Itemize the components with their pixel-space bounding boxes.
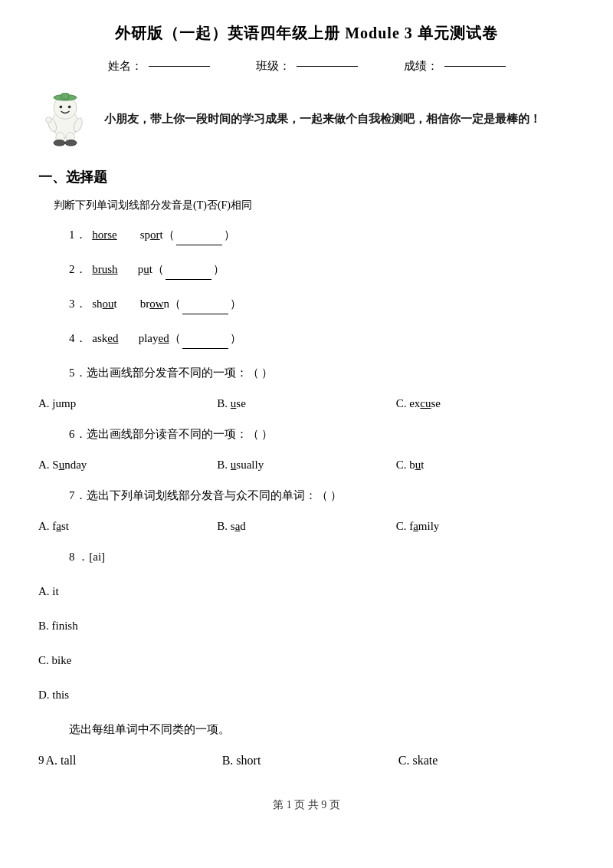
q4-word2-underline: ed — [159, 332, 169, 344]
section1-title: 一、选择题 — [38, 168, 575, 186]
q4-word2-end: （ — [169, 332, 181, 344]
q3-word1: sh — [92, 298, 102, 310]
q5-optC: C. excuse — [396, 397, 575, 410]
q5-optA: A. jump — [38, 397, 217, 410]
q5-optC-val: ex — [409, 397, 420, 409]
page-title: 外研版（一起）英语四年级上册 Module 3 单元测试卷 — [38, 23, 575, 44]
q8-optA-label: A. it — [38, 585, 59, 597]
q7-optC: C. family — [396, 520, 575, 533]
question-3: 3． shout brown（） — [69, 294, 575, 314]
question-6-text: 6．选出画线部分读音不同的一项：（ ） — [69, 424, 575, 445]
score-label: 成绩： — [404, 59, 438, 74]
info-row: 姓名： 班级： 成绩： — [38, 59, 575, 74]
name-field: 姓名： — [108, 59, 210, 74]
question-8-optD: D. this — [38, 685, 575, 705]
mascot-row: 小朋友，带上你一段时间的学习成果，一起来做个自我检测吧，相信你一定是最棒的！ — [38, 89, 575, 150]
section1-instruction: 判断下列单词划线部分发音是(T)否(F)相同 — [54, 199, 575, 212]
q9-num: 9 — [38, 754, 44, 767]
q8-optC-label: C. bike — [38, 654, 71, 666]
q6-optC: C. but — [396, 459, 575, 472]
q6-optC-label: C. — [396, 459, 410, 471]
q5-optA-label: A. — [38, 397, 52, 409]
q3-word1-rest: t — [114, 298, 117, 310]
q5-num: 5．选出画线部分发音不同的一项：（ ） — [69, 367, 273, 379]
q1-word2-underline: or — [150, 229, 160, 241]
question-8-optB: B. finish — [38, 616, 575, 636]
q1-word2: sp — [140, 229, 150, 241]
name-blank — [149, 66, 210, 67]
question-7-text: 7．选出下列单词划线部分发音与众不同的单词：（ ） — [69, 485, 575, 506]
q5-optA-val: ump — [56, 397, 77, 409]
question-5-options: A. jump B. use C. excuse — [38, 397, 575, 410]
class-label: 班级： — [256, 59, 290, 74]
question-8-optA: A. it — [38, 581, 575, 602]
svg-rect-3 — [61, 94, 68, 100]
score-blank — [444, 66, 506, 67]
q9-optA-label: A. tall — [46, 754, 77, 767]
q8-text: ．[ai] — [77, 551, 105, 563]
q7-optA: A. fast — [38, 520, 217, 533]
q8-optB-label: B. finish — [38, 620, 78, 632]
q8-optD-label: D. this — [38, 689, 69, 701]
q7-num: 7．选出下列单词划线部分发音与众不同的单词：（ ） — [69, 489, 342, 501]
q9-intro: 选出每组单词中不同类的一项。 — [69, 719, 575, 740]
q1-blank — [176, 245, 222, 245]
q6-optA-label: A. — [38, 459, 52, 471]
question-8-text: 8 ．[ai] — [69, 547, 575, 567]
q3-word1-underline: ou — [103, 298, 114, 310]
q6-optB: B. usually — [217, 459, 395, 472]
question-8-optC: C. bike — [38, 650, 575, 671]
q6-optB-label: B. — [217, 459, 231, 471]
question-1: 1． horse sport（） — [69, 225, 575, 245]
q4-close: ） — [230, 332, 241, 344]
q7-optC-rest: mily — [418, 520, 440, 532]
q3-blank — [182, 314, 228, 314]
q7-optC-underline: a — [413, 520, 418, 532]
q9-optB-label: B. short — [222, 754, 261, 767]
q7-optB-label: B. — [217, 520, 231, 532]
q9-optB: B. short — [222, 754, 398, 768]
q7-optA-underline: a — [56, 520, 61, 532]
question-5-text: 5．选出画线部分发音不同的一项：（ ） — [69, 363, 575, 383]
q1-word2-end: t（ — [160, 229, 175, 241]
q9-optC-label: C. skate — [398, 754, 438, 767]
q6-optC-rest: t — [421, 459, 424, 471]
mascot-text: 小朋友，带上你一段时间的学习成果，一起来做个自我检测吧，相信你一定是最棒的！ — [104, 112, 541, 127]
q7-optB: B. sad — [217, 520, 395, 533]
svg-point-11 — [65, 140, 77, 146]
class-field: 班级： — [256, 59, 358, 74]
name-label: 姓名： — [108, 59, 143, 74]
q4-word1: ask — [92, 332, 107, 344]
mascot-image — [38, 89, 92, 150]
q7-optA-label: A. — [38, 520, 52, 532]
q1-spacer — [120, 229, 138, 241]
q6-optB-rest: sually — [236, 459, 264, 471]
q4-blank — [182, 348, 228, 349]
q5-optC-label: C. — [396, 397, 410, 409]
score-field: 成绩： — [404, 59, 506, 74]
q3-num: 3． — [69, 298, 87, 310]
q7-optA-rest: st — [61, 520, 69, 532]
q6-num: 6．选出画线部分读音不同的一项：（ ） — [69, 428, 273, 440]
q9-optA: A. tall — [46, 754, 222, 768]
q5-optC-underline: cu — [420, 397, 431, 409]
q3-word2-end: n（ — [164, 298, 182, 310]
q3-word2: br — [140, 298, 150, 310]
q9-optC: C. skate — [398, 754, 575, 768]
question-7-options: A. fast B. sad C. family — [38, 520, 575, 533]
q4-spacer — [121, 332, 136, 344]
svg-point-12 — [46, 117, 52, 123]
q4-num: 4． — [69, 332, 87, 344]
q6-optA-rest: nday — [64, 459, 87, 471]
q2-word2-underline: u — [143, 263, 149, 275]
q3-word2-underline: ow — [149, 298, 163, 310]
svg-point-4 — [60, 106, 63, 109]
q8-num: 8 — [69, 551, 75, 563]
q2-close: ） — [213, 263, 225, 275]
q5-optB: B. use — [217, 397, 395, 410]
question-4: 4． asked played（） — [69, 328, 575, 349]
q7-optB-rest: d — [240, 520, 246, 532]
question-6-options: A. Sunday B. usually C. but — [38, 459, 575, 472]
q2-word2-end: t（ — [149, 263, 164, 275]
q3-spacer — [120, 298, 138, 310]
